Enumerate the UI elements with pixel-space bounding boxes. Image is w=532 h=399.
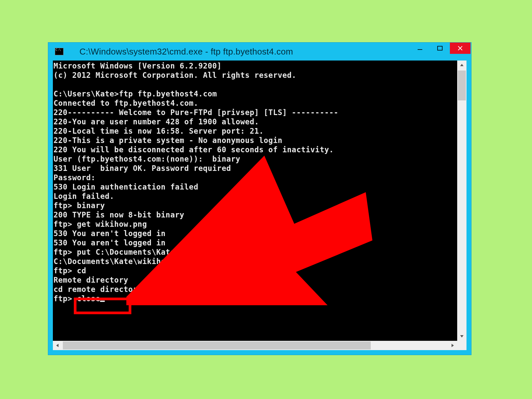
vertical-scroll-thumb[interactable] xyxy=(458,70,466,100)
cmd-icon xyxy=(55,48,64,55)
maximize-button[interactable] xyxy=(430,43,450,54)
scroll-left-icon[interactable] xyxy=(53,341,62,350)
title-bar[interactable]: C:\Windows\system32\cmd.exe - ftp ftp.by… xyxy=(49,43,470,60)
svg-marker-4 xyxy=(460,64,464,66)
scroll-right-icon[interactable] xyxy=(448,341,457,350)
scrollbar-corner xyxy=(457,341,466,350)
svg-rect-0 xyxy=(418,49,422,50)
svg-marker-7 xyxy=(452,344,454,347)
minimize-button[interactable] xyxy=(410,43,430,54)
horizontal-scroll-thumb[interactable] xyxy=(63,341,371,349)
svg-marker-6 xyxy=(56,344,59,347)
window-title: C:\Windows\system32\cmd.exe - ftp ftp.by… xyxy=(79,47,293,57)
svg-marker-5 xyxy=(460,335,464,337)
scroll-down-icon[interactable] xyxy=(457,332,466,341)
horizontal-scrollbar[interactable] xyxy=(53,341,457,350)
terminal-output[interactable]: Microsoft Windows [Version 6.2.9200] (c)… xyxy=(53,61,457,341)
cmd-window: C:\Windows\system32\cmd.exe - ftp ftp.by… xyxy=(48,43,471,355)
terminal-client-area: Microsoft Windows [Version 6.2.9200] (c)… xyxy=(53,61,466,350)
window-controls xyxy=(410,43,470,54)
vertical-scrollbar[interactable] xyxy=(457,61,466,341)
svg-rect-1 xyxy=(438,46,442,50)
close-button[interactable] xyxy=(450,43,470,54)
scroll-up-icon[interactable] xyxy=(457,61,466,70)
